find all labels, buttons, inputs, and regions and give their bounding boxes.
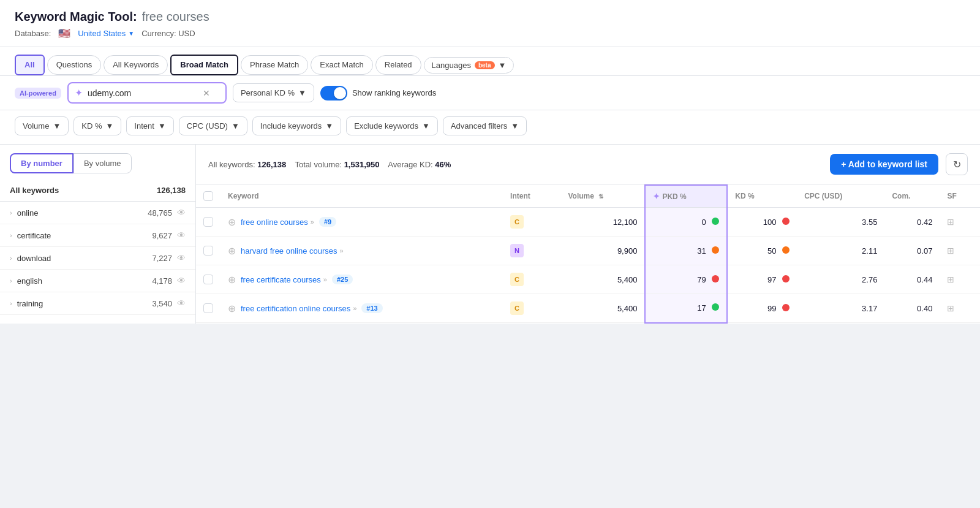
- kd-dot: [782, 304, 790, 311]
- tab-phrase-match[interactable]: Phrase Match: [241, 55, 308, 75]
- cpc-cell: 2.11: [797, 237, 884, 265]
- rank-badge: #9: [319, 217, 336, 227]
- total-volume-stat: 1,531,950: [344, 160, 380, 169]
- cpc-filter[interactable]: CPC (USD) ▼: [179, 116, 247, 135]
- col-keyword: Keyword: [221, 185, 503, 208]
- all-keywords-stat: 126,138: [257, 160, 286, 169]
- kd-cell: 99: [727, 294, 797, 323]
- col-volume: Volume ⇅: [560, 185, 645, 208]
- include-keywords-filter[interactable]: Include keywords ▼: [252, 116, 341, 135]
- eye-icon[interactable]: 👁: [177, 298, 186, 308]
- kd-dot: [782, 246, 790, 254]
- sidebar-item[interactable]: › training 3,540 👁: [0, 292, 195, 315]
- com-cell: 0.44: [884, 265, 940, 294]
- pkd-dot: [712, 275, 719, 282]
- sidebar-keyword-count: 48,765: [148, 208, 172, 218]
- volume-sort-icon[interactable]: ⇅: [598, 193, 603, 200]
- add-keyword-icon[interactable]: ⊕: [228, 303, 236, 314]
- exclude-keywords-filter[interactable]: Exclude keywords ▼: [346, 116, 438, 135]
- col-com: Com.: [884, 185, 940, 208]
- chevron-down-icon: ▼: [325, 121, 333, 131]
- col-kd: KD %: [727, 185, 797, 208]
- all-keywords-label: All keywords: [10, 186, 59, 195]
- tab-exact-match[interactable]: Exact Match: [311, 55, 373, 75]
- eye-icon[interactable]: 👁: [177, 253, 186, 263]
- page-title-query: free courses: [142, 10, 209, 24]
- col-intent: Intent: [503, 185, 560, 208]
- pkd-cell: 31: [645, 237, 727, 265]
- all-keywords-count: 126,138: [157, 186, 186, 195]
- chevron-down-icon: ▼: [298, 88, 306, 97]
- show-ranking-toggle[interactable]: [320, 86, 347, 100]
- sparkle-icon: ✦: [75, 87, 83, 99]
- keyword-link[interactable]: free certificate courses »: [241, 275, 327, 284]
- col-pkd: ✦ PKD %: [645, 185, 727, 208]
- chevron-down-icon: ▼: [158, 121, 166, 131]
- sidebar-keyword-name: training: [17, 299, 153, 308]
- add-to-list-button[interactable]: + Add to keyword list: [830, 154, 938, 175]
- eye-icon[interactable]: 👁: [177, 230, 186, 240]
- currency-label: Currency: USD: [141, 29, 195, 38]
- expand-icon: »: [311, 218, 314, 226]
- advanced-filters[interactable]: Advanced filters ▼: [443, 116, 527, 135]
- competitor-input[interactable]: [88, 88, 198, 98]
- eye-icon[interactable]: 👁: [177, 208, 186, 218]
- row-checkbox[interactable]: [203, 246, 213, 256]
- add-keyword-icon[interactable]: ⊕: [228, 245, 236, 257]
- kd-cell: 100: [727, 208, 797, 237]
- rank-badge: #13: [361, 303, 382, 313]
- sf-icon[interactable]: ⊞: [947, 275, 954, 284]
- keyword-link[interactable]: harvard free online courses »: [241, 246, 344, 256]
- sf-icon[interactable]: ⊞: [947, 303, 954, 313]
- sidebar: By number By volume All keywords 126,138…: [0, 145, 196, 324]
- sf-icon[interactable]: ⊞: [947, 217, 954, 227]
- kd-cell: 50: [727, 237, 797, 265]
- chevron-right-icon: ›: [10, 232, 12, 239]
- add-keyword-icon[interactable]: ⊕: [228, 216, 236, 228]
- sidebar-item[interactable]: › english 4,178 👁: [0, 270, 195, 292]
- sidebar-keyword-count: 9,627: [152, 231, 172, 240]
- com-cell: 0.40: [884, 294, 940, 323]
- by-volume-button[interactable]: By volume: [74, 153, 132, 173]
- row-checkbox[interactable]: [203, 275, 213, 284]
- table-row: ⊕ harvard free online courses » N 9,900 …: [196, 237, 980, 265]
- show-ranking-toggle-wrap: Show ranking keywords: [320, 86, 436, 100]
- all-keywords-row: All keywords 126,138: [0, 180, 195, 202]
- tab-related[interactable]: Related: [375, 55, 421, 75]
- row-checkbox[interactable]: [203, 303, 213, 313]
- tab-all[interactable]: All: [15, 55, 45, 75]
- sidebar-keyword-count: 3,540: [152, 299, 172, 308]
- chevron-down-icon: ▼: [232, 121, 239, 131]
- by-number-button[interactable]: By number: [10, 153, 74, 173]
- sidebar-item[interactable]: › download 7,227 👁: [0, 247, 195, 270]
- col-cpc: CPC (USD): [797, 185, 884, 208]
- tab-questions[interactable]: Questions: [47, 55, 102, 75]
- sidebar-item[interactable]: › certificate 9,627 👁: [0, 224, 195, 247]
- add-keyword-icon[interactable]: ⊕: [228, 274, 236, 286]
- select-all-checkbox[interactable]: [203, 191, 213, 201]
- tab-broad-match[interactable]: Broad Match: [170, 55, 238, 75]
- keyword-link[interactable]: free online courses »: [241, 218, 314, 227]
- keyword-link[interactable]: free certification online courses »: [241, 304, 356, 313]
- clear-icon[interactable]: ✕: [203, 88, 210, 98]
- chevron-down-icon: ▼: [53, 121, 61, 131]
- sidebar-keyword-name: english: [17, 276, 153, 286]
- tab-languages[interactable]: Languages beta ▼: [424, 57, 514, 74]
- sf-icon[interactable]: ⊞: [947, 246, 954, 256]
- chevron-down-icon: ▼: [105, 121, 113, 131]
- col-sf: SF: [940, 185, 980, 208]
- tab-all-keywords[interactable]: All Keywords: [104, 55, 168, 75]
- row-checkbox[interactable]: [203, 217, 213, 227]
- eye-icon[interactable]: 👁: [177, 276, 186, 286]
- com-cell: 0.07: [884, 237, 940, 265]
- pkd-dot: [712, 218, 719, 225]
- sidebar-item[interactable]: › online 48,765 👁: [0, 202, 195, 224]
- volume-filter[interactable]: Volume ▼: [15, 116, 69, 135]
- personal-kd-dropdown[interactable]: Personal KD % ▼: [233, 83, 314, 102]
- volume-cell: 5,400: [560, 265, 645, 294]
- kd-filter[interactable]: KD % ▼: [74, 116, 121, 135]
- show-ranking-label: Show ranking keywords: [352, 88, 436, 97]
- refresh-button[interactable]: ↻: [946, 153, 968, 175]
- database-selector[interactable]: United States ▼: [78, 29, 134, 38]
- intent-filter[interactable]: Intent ▼: [126, 116, 173, 135]
